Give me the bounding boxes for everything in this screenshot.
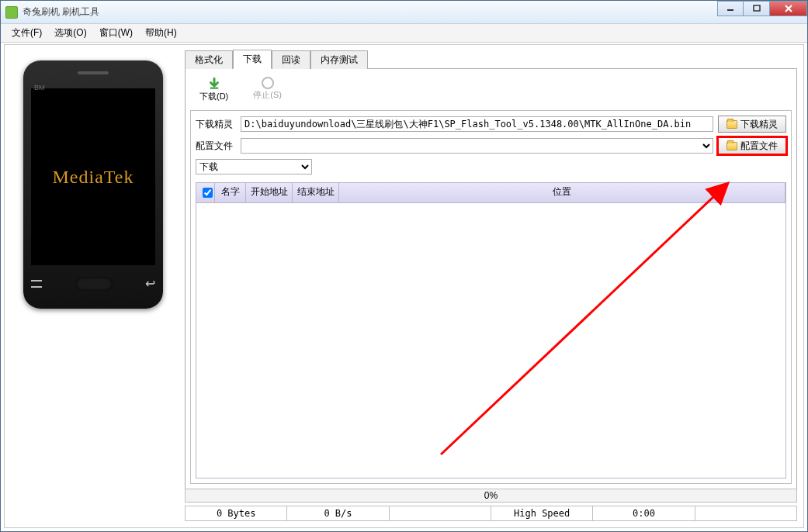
- close-button[interactable]: [770, 1, 807, 16]
- status-time: 0:00: [593, 506, 695, 520]
- tab-strip: 格式化 下载 回读 内存测试: [185, 51, 797, 68]
- select-all-checkbox[interactable]: [203, 188, 213, 198]
- menu-window[interactable]: 窗口(W): [93, 26, 139, 40]
- menu-help[interactable]: 帮助(H): [139, 26, 183, 40]
- toolbar: 下载(D) 停止(S): [190, 74, 792, 110]
- status-bar: 0 Bytes 0 B/s High Speed 0:00: [185, 506, 797, 521]
- phone-menu-icon: [31, 280, 42, 288]
- tab-page-download: 下载(D) 停止(S) 下载精灵 下载精灵: [185, 68, 797, 492]
- stop-button-label: 停止(S): [253, 89, 282, 101]
- wizard-path-input[interactable]: [241, 116, 713, 132]
- stop-button[interactable]: 停止(S): [253, 77, 282, 102]
- tab-readback[interactable]: 回读: [272, 50, 310, 69]
- mode-row: 下载: [196, 159, 786, 174]
- wizard-row: 下载精灵 下载精灵: [196, 116, 786, 133]
- config-label: 配置文件: [196, 140, 236, 153]
- phone-back-icon: ↩: [145, 276, 155, 291]
- wizard-browse-button[interactable]: 下载精灵: [718, 116, 786, 133]
- header-location: 位置: [339, 183, 785, 202]
- config-path-select[interactable]: [241, 138, 713, 154]
- minimize-button[interactable]: [717, 1, 744, 16]
- phone-screen: MediaTek: [31, 88, 155, 265]
- folder-icon: [727, 142, 737, 150]
- status-empty1: [390, 506, 491, 520]
- folder-icon: [727, 120, 737, 129]
- menubar: 文件(F) 选项(O) 窗口(W) 帮助(H): [1, 24, 807, 43]
- phone-nav: ↩: [31, 276, 155, 291]
- titlebar: 奇兔刷机 刷机工具: [1, 1, 807, 24]
- download-arrow-icon: [207, 77, 221, 91]
- svg-rect-4: [210, 88, 218, 89]
- app-window: 奇兔刷机 刷机工具 文件(F) 选项(O) 窗口(W) 帮助(H) BM: [0, 0, 808, 532]
- config-browse-button[interactable]: 配置文件: [718, 137, 786, 154]
- status-speed: 0 B/s: [287, 506, 389, 520]
- phone-illustration: BM MediaTek ↩: [23, 60, 163, 309]
- header-start: 开始地址: [246, 183, 293, 202]
- phone-speaker-icon: [78, 71, 109, 74]
- wizard-label: 下载精灵: [196, 118, 236, 131]
- window-controls: [717, 1, 807, 16]
- phone-home-icon: [75, 277, 113, 291]
- config-browse-label: 配置文件: [740, 140, 778, 153]
- header-end: 结束地址: [293, 183, 339, 202]
- phone-brand: MediaTek: [53, 167, 134, 188]
- download-button-label: 下载(D): [199, 91, 228, 102]
- status-bytes: 0 Bytes: [186, 506, 287, 520]
- partition-table[interactable]: 名字 开始地址 结束地址 位置: [196, 182, 786, 478]
- config-row: 配置文件 配置文件: [196, 137, 786, 154]
- phone-bm-label: BM: [34, 84, 45, 92]
- phone-panel: BM MediaTek ↩: [5, 45, 179, 527]
- status-empty2: [695, 506, 796, 520]
- workspace: 格式化 下载 回读 内存测试 下载(D) 停止(S: [185, 51, 797, 521]
- tab-format[interactable]: 格式化: [185, 50, 233, 69]
- progress-bar: 0%: [185, 489, 797, 503]
- config-panel: 下载精灵 下载精灵 配置文件: [190, 110, 792, 484]
- progress-text: 0%: [484, 490, 498, 501]
- svg-rect-1: [754, 5, 760, 11]
- header-checkbox[interactable]: [196, 183, 215, 202]
- header-name: 名字: [215, 183, 246, 202]
- mode-select[interactable]: 下载: [196, 159, 312, 174]
- download-button[interactable]: 下载(D): [199, 77, 228, 102]
- menu-file[interactable]: 文件(F): [5, 26, 48, 40]
- app-icon: [5, 6, 18, 19]
- maximize-button[interactable]: [744, 1, 770, 16]
- tab-download[interactable]: 下载: [233, 50, 272, 69]
- status-zone: 0% 0 Bytes 0 B/s High Speed 0:00: [185, 485, 797, 521]
- status-mode: High Speed: [491, 506, 593, 520]
- body-area: BM MediaTek ↩ 格式化 下载 回读 内存测试: [4, 44, 804, 528]
- window-title: 奇兔刷机 刷机工具: [23, 5, 99, 19]
- tab-memtest[interactable]: 内存测试: [310, 50, 368, 69]
- stop-icon: [262, 77, 274, 89]
- menu-options[interactable]: 选项(O): [48, 26, 92, 40]
- wizard-browse-label: 下载精灵: [740, 118, 778, 131]
- table-header: 名字 开始地址 结束地址 位置: [196, 183, 785, 203]
